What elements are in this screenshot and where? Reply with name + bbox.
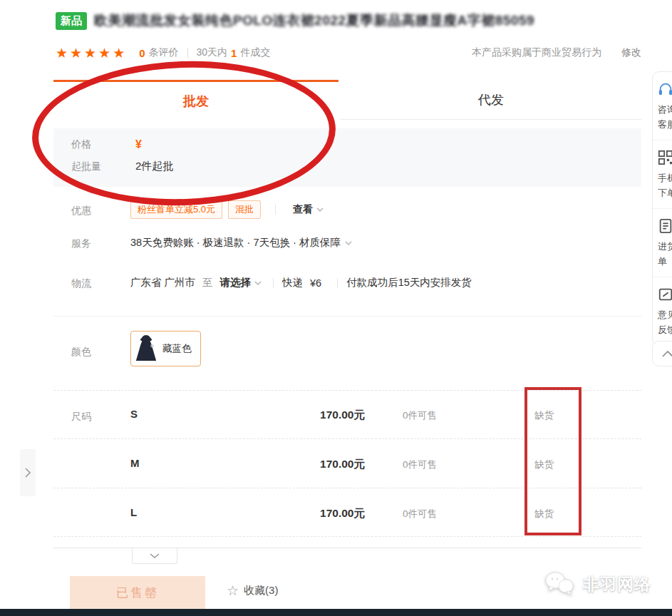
row-divider [53,536,641,537]
row-divider [53,438,641,439]
stock-value: 0件可售 [403,508,437,520]
ship-origin: 广东省 广州市 [130,276,195,289]
price-value: 170.00元 [284,457,365,472]
divider [187,48,188,58]
chat-bubbles-icon [544,570,577,598]
size-value: S [130,408,138,420]
chevron-right-icon [25,468,31,478]
review-label: 条评价 [149,46,179,59]
product-detail-page: 新品 欧美潮流批发女装纯色POLO连衣裙2022夏季新品高腰显瘦A字裙85059… [0,0,672,616]
logistics-content: 广东省 广州市 至 请选择 快递 ¥6 付款成功后15天内安排发货 [130,276,472,289]
view-promos-label: 查看 [293,203,313,216]
dispatch-note: 付款成功后15天内安排发货 [346,276,472,289]
price-value: 170.00元 [284,408,365,423]
price-currency: ¥ [135,138,142,151]
deal-count: 1 [231,47,237,59]
destination-select[interactable]: 请选择 [220,276,262,289]
favorite-label: 收藏(3) [244,584,278,597]
service-text: 38天免费赊账 · 极速退款 · 7天包换 · 材质保障 [130,236,341,250]
destination-placeholder: 请选择 [220,276,252,289]
stock-value: 0件可售 [403,458,437,471]
chevron-down-icon [150,553,160,559]
rating-stars-icon: ★★★★★ [56,46,127,60]
floating-sidebar: 咨询客服 手机下单 进货单 [652,71,672,346]
sidebar-item-mobile-order[interactable]: 手机下单 [653,140,672,209]
chevron-down-icon [316,207,324,212]
trade-note: 本产品采购属于商业贸易行为 [472,46,601,59]
color-option-label: 藏蓝色 [162,342,192,355]
section-divider [53,316,641,317]
expand-sizes-button[interactable] [132,548,177,564]
status-badge: 缺货 [534,508,554,520]
color-label: 颜色 [71,346,91,359]
product-header: 新品 欧美潮流批发女装纯色POLO连衣裙2022夏季新品高腰显瘦A字裙85059 [56,11,654,30]
price-panel: 价格 ¥ 起批量 2件起批 [53,128,641,187]
sidebar-item-label: 咨询客服 [658,102,672,132]
sidebar-item-purchase-list[interactable]: 进货单 [653,209,672,277]
size-label: 尺码 [71,411,91,423]
sold-out-button[interactable]: 已售罄 [70,576,205,610]
sidebar-item-label: 手机下单 [658,170,672,200]
mode-tabbar: 批发 代发 [53,80,641,120]
feedback-icon [658,287,672,302]
price-value: 170.00元 [284,506,365,521]
product-title: 欧美潮流批发女装纯色POLO连衣裙2022夏季新品高腰显瘦A字裙85059 [94,11,534,30]
service-label: 服务 [71,237,91,250]
coupon-badge[interactable]: 粉丝首单立减5.0元 [130,200,222,219]
row-divider [53,488,641,488]
sidebar-item-customer-service[interactable]: 咨询客服 [653,72,672,140]
status-badge: 缺货 [534,409,554,422]
chevron-down-icon [345,241,352,245]
back-to-top-button[interactable] [652,341,672,366]
rating-row: ★★★★★ 0 条评价 30天内 1 件成交 本产品采购属于商业贸易行为 修改 [56,43,641,62]
row-divider [53,390,641,391]
view-promos-link[interactable]: 查看 [293,203,324,216]
deal-prefix: 30天内 [197,46,228,59]
divider [275,205,276,215]
chevron-down-icon [254,281,262,285]
mix-batch-badge[interactable]: 混批 [228,200,261,219]
logistics-label: 物流 [71,277,91,290]
headset-icon [658,81,672,97]
color-option-navy[interactable]: 藏蓝色 [130,331,201,366]
express-fee: ¥6 [310,277,321,289]
new-product-badge: 新品 [56,12,87,30]
sidebar-item-label: 意见反馈 [658,307,672,337]
watermark: 非羽网络 [544,570,651,598]
review-count: 0 [139,47,145,59]
chevron-up-icon [662,351,672,357]
service-content: 38天免费赊账 · 极速退款 · 7天包换 · 材质保障 [130,236,352,250]
qr-code-icon [658,150,672,165]
divider [273,278,274,288]
divider [337,278,338,288]
express-label: 快递 [282,276,303,289]
deal-suffix: 件成交 [240,46,270,59]
to-label: 至 [202,276,213,289]
stock-value: 0件可售 [403,409,437,422]
tab-wholesale[interactable]: 批发 [53,80,338,120]
watermark-text: 非羽网络 [583,573,651,595]
size-value: M [130,457,140,469]
tab-dropship[interactable]: 代发 [341,81,641,120]
size-value: L [130,506,137,518]
modify-link[interactable]: 修改 [621,46,641,59]
moq-label: 起批量 [71,160,135,173]
sidebar-item-label: 进货单 [658,239,672,269]
dress-image [134,334,158,364]
expand-side-panel-button[interactable] [20,449,36,496]
price-label: 价格 [71,138,135,151]
bottom-bar [0,609,672,616]
order-list-icon [658,218,672,234]
promo-label: 优惠 [71,205,91,217]
service-list[interactable]: 38天免费赊账 · 极速退款 · 7天包换 · 材质保障 [130,236,352,250]
favorite-button[interactable]: ☆ 收藏(3) [227,584,278,597]
sidebar-item-feedback[interactable]: 意见反馈 [653,277,672,345]
moq-value: 2件起批 [135,160,173,173]
promo-content: 粉丝首单立减5.0元 混批 查看 [130,200,324,219]
star-outline-icon: ☆ [227,584,239,597]
status-badge: 缺货 [534,458,554,471]
